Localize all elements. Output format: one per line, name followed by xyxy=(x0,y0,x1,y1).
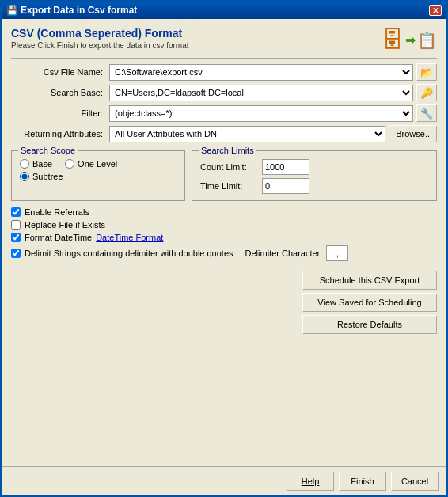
search-scope-label: Search Scope xyxy=(18,146,78,155)
main-window: 💾 Export Data in Csv format ✕ CSV (Comma… xyxy=(0,0,448,497)
header-icon-area: 🗄 ➡ 📋 xyxy=(382,27,437,53)
close-button[interactable]: ✕ xyxy=(429,5,442,16)
time-limit-input[interactable]: 0 xyxy=(262,178,309,194)
filter-label: Filter: xyxy=(11,108,106,118)
datetime-format-link[interactable]: DateTime Format xyxy=(96,233,163,242)
browse-button[interactable]: Browse.. xyxy=(389,125,437,142)
subtree-radio-item: Subtree xyxy=(20,172,63,181)
search-base-select[interactable]: CN=Users,DC=ldapsoft,DC=local xyxy=(109,85,413,101)
one-level-radio[interactable] xyxy=(65,159,74,169)
search-base-label: Search Base: xyxy=(11,88,106,97)
replace-file-checkbox[interactable] xyxy=(11,220,21,230)
scope-limits-row: Search Scope Base One Level Subtree xyxy=(11,150,437,201)
subtree-radio[interactable] xyxy=(20,172,29,181)
time-limit-row: Time Limit: 0 xyxy=(200,178,428,194)
dialog-subtitle: Please Click Finish to export the data i… xyxy=(11,41,189,50)
base-radio[interactable] xyxy=(20,159,29,169)
header-text: CSV (Comma Seperated) Format Please Clic… xyxy=(11,27,189,50)
search-base-icon[interactable]: 🔑 xyxy=(416,84,437,101)
search-limits-label: Search Limits xyxy=(199,146,256,155)
returning-attr-control: All User Attributes with DN Browse.. xyxy=(109,125,437,142)
title-bar: 💾 Export Data in Csv format ✕ xyxy=(2,2,446,19)
replace-file-row: Replace File if Exists xyxy=(11,220,437,230)
count-limit-row: Count Limit: 1000 xyxy=(200,159,428,175)
scope-first-row: Base One Level xyxy=(20,159,177,169)
count-limit-input[interactable]: 1000 xyxy=(262,159,309,175)
csv-icon: 📋 xyxy=(417,31,437,50)
cancel-button[interactable]: Cancel xyxy=(391,472,439,491)
returning-attr-label: Returning Attributes: xyxy=(11,129,106,138)
window-title: Export Data in Csv format xyxy=(21,5,137,16)
title-bar-left: 💾 Export Data in Csv format xyxy=(6,5,137,16)
finish-button[interactable]: Finish xyxy=(339,472,386,491)
scope-second-row: Subtree xyxy=(20,172,177,181)
delimit-strings-label: Delimit Strings containing delimiter wit… xyxy=(25,248,233,258)
base-radio-label: Base xyxy=(32,159,52,169)
count-limit-label: Count Limit: xyxy=(200,162,257,172)
footer-bar: Help Finish Cancel xyxy=(2,466,446,495)
csv-file-control: C:\Software\export.csv 📂 xyxy=(109,63,437,81)
view-saved-button[interactable]: View Saved for Scheduling xyxy=(302,293,437,312)
one-level-radio-label: One Level xyxy=(78,159,117,169)
search-limits-group: Search Limits Count Limit: 1000 Time Lim… xyxy=(192,150,437,201)
format-datetime-row: Format DateTime DateTime Format xyxy=(11,233,437,242)
delimit-strings-checkbox[interactable] xyxy=(11,248,21,258)
db-icon: 🗄 xyxy=(382,27,404,53)
delimit-strings-row: Delimit Strings containing delimiter wit… xyxy=(11,245,437,261)
schedule-button[interactable]: Schedule this CSV Export xyxy=(302,271,437,290)
filter-icon[interactable]: 🔧 xyxy=(416,104,437,122)
format-datetime-label: Format DateTime xyxy=(25,233,92,242)
window-icon: 💾 xyxy=(6,5,17,16)
export-arrow-icon: ➡ xyxy=(405,32,416,47)
filter-control: (objectclass=*) 🔧 xyxy=(109,104,437,122)
search-base-control: CN=Users,DC=ldapsoft,DC=local 🔑 xyxy=(109,84,437,101)
enable-referrals-checkbox[interactable] xyxy=(11,207,21,217)
enable-referrals-row: Enable Referrals xyxy=(11,207,437,217)
csv-file-label: Csv File Name: xyxy=(11,67,106,77)
help-button[interactable]: Help xyxy=(287,472,334,491)
dialog-content: CSV (Comma Seperated) Format Please Clic… xyxy=(2,19,446,466)
returning-attr-row: Returning Attributes: All User Attribute… xyxy=(11,125,437,142)
filter-row: Filter: (objectclass=*) 🔧 xyxy=(11,104,437,122)
form-section: Csv File Name: C:\Software\export.csv 📂 … xyxy=(11,63,437,142)
time-limit-label: Time Limit: xyxy=(200,181,257,191)
csv-file-select[interactable]: C:\Software\export.csv xyxy=(109,64,413,81)
options-section: Enable Referrals Replace File if Exists … xyxy=(11,207,437,261)
replace-file-label: Replace File if Exists xyxy=(25,220,105,230)
delimiter-char-input[interactable]: , xyxy=(326,245,348,261)
csv-file-browse-icon[interactable]: 📂 xyxy=(416,63,437,81)
csv-file-row: Csv File Name: C:\Software\export.csv 📂 xyxy=(11,63,437,81)
search-scope-group: Search Scope Base One Level Subtree xyxy=(11,150,185,201)
subtree-radio-label: Subtree xyxy=(32,172,63,181)
one-level-radio-item: One Level xyxy=(65,159,117,169)
dialog-title: CSV (Comma Seperated) Format xyxy=(11,27,189,40)
returning-attr-select[interactable]: All User Attributes with DN xyxy=(109,126,385,142)
base-radio-item: Base xyxy=(20,159,52,169)
header-section: CSV (Comma Seperated) Format Please Clic… xyxy=(11,27,437,59)
enable-referrals-label: Enable Referrals xyxy=(25,207,89,217)
action-buttons: Schedule this CSV Export View Saved for … xyxy=(11,271,437,334)
delimiter-char-label: Delimiter Character: xyxy=(245,248,323,258)
search-base-row: Search Base: CN=Users,DC=ldapsoft,DC=loc… xyxy=(11,84,437,101)
restore-defaults-button[interactable]: Restore Defaults xyxy=(302,315,437,334)
format-datetime-checkbox[interactable] xyxy=(11,233,21,242)
filter-select[interactable]: (objectclass=*) xyxy=(109,105,413,122)
